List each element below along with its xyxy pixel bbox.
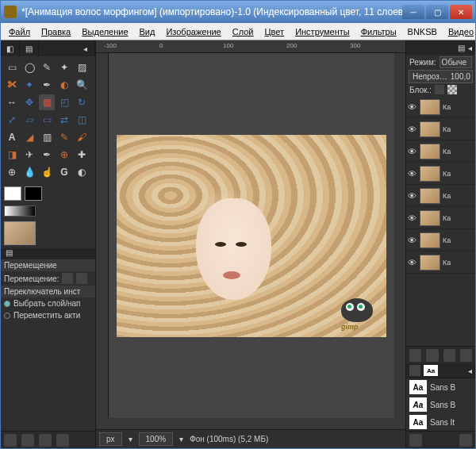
lock-alpha-icon[interactable]	[447, 85, 457, 94]
refresh-fonts-icon[interactable]	[409, 434, 422, 447]
fg-bg-colors[interactable]	[1, 183, 95, 204]
tool-ellipse-select[interactable]: ◯	[21, 59, 37, 75]
tool-clone[interactable]: ⊕	[56, 147, 72, 163]
scrollbar-horizontal[interactable]	[109, 418, 394, 429]
tool-shear[interactable]: ▱	[21, 112, 37, 128]
tool-crop[interactable]: ◰	[56, 94, 72, 110]
reset-options-icon[interactable]	[56, 434, 69, 447]
font-row[interactable]: AaSans B	[406, 378, 475, 396]
maximize-button[interactable]: ▢	[426, 5, 448, 19]
tool-rotate[interactable]: ↻	[74, 94, 90, 110]
tool-perspective-clone[interactable]: ⊕	[4, 164, 20, 180]
layer-row[interactable]: 👁Ка	[406, 140, 475, 163]
tool-paintbrush[interactable]: 🖌	[74, 129, 90, 145]
fonts-tab-icon[interactable]	[409, 365, 420, 376]
menu-image[interactable]: Изображение	[161, 25, 225, 38]
restore-options-icon[interactable]	[21, 434, 34, 447]
unit-select[interactable]: px	[99, 432, 122, 446]
fg-color-swatch[interactable]	[4, 186, 21, 201]
tool-measure[interactable]: ↔	[4, 94, 20, 110]
close-button[interactable]: ✕	[450, 5, 472, 19]
eye-icon[interactable]: 👁	[406, 258, 417, 267]
tool-eraser[interactable]: ◨	[4, 147, 20, 163]
nav-dock-icon[interactable]	[394, 418, 405, 429]
eye-icon[interactable]: 👁	[406, 147, 417, 156]
tool-by-color[interactable]: ▨	[74, 59, 90, 75]
menu-layer[interactable]: Слой	[228, 25, 259, 38]
tab-menu-icon[interactable]: ◂	[76, 40, 95, 56]
tool-zoom[interactable]: 🔍	[74, 77, 90, 93]
unit-dropdown-icon[interactable]: ▾	[129, 435, 132, 443]
tool-text[interactable]: A	[4, 129, 20, 145]
tool-dodge[interactable]: G	[56, 164, 72, 180]
tool-foreground[interactable]: ✦	[21, 77, 37, 93]
menu-video[interactable]: Видео	[443, 25, 476, 38]
opacity-value[interactable]: 100,0	[451, 72, 470, 81]
menu-colors[interactable]: Цвет	[259, 25, 289, 38]
tab-menu-icon[interactable]: ◂	[468, 366, 472, 375]
eye-icon[interactable]: 👁	[406, 125, 417, 134]
menu-select[interactable]: Выделение	[77, 25, 132, 38]
minimize-button[interactable]: ─	[402, 5, 424, 19]
menu-bnksb[interactable]: BNKSB	[403, 25, 442, 38]
layer-row[interactable]: 👁Ка	[406, 207, 475, 229]
move-path-icon[interactable]	[76, 273, 87, 284]
layer-row[interactable]: 👁Ка	[406, 96, 475, 118]
tooloptions-tab[interactable]: ▤	[20, 40, 39, 56]
tool-align[interactable]: ▦	[39, 94, 55, 110]
options-tab-icon[interactable]: ▤	[1, 248, 17, 259]
tool-rect-select[interactable]: ▭	[4, 59, 20, 75]
scrollbar-vertical[interactable]	[394, 53, 405, 418]
canvas-viewport[interactable]: gimp	[109, 53, 394, 418]
layer-row[interactable]: 👁Ка	[406, 118, 475, 140]
tool-flip[interactable]: ⇄	[56, 112, 72, 128]
menu-view[interactable]: Вид	[135, 25, 160, 38]
tool-move[interactable]: ✥	[21, 94, 37, 110]
tool-fuzzy-select[interactable]: ✦	[56, 59, 72, 75]
tool-scale[interactable]: ⤢	[4, 112, 20, 128]
tool-extra[interactable]: ◐	[74, 164, 90, 180]
eye-icon[interactable]: 👁	[406, 169, 417, 178]
raise-layer-icon[interactable]	[426, 349, 438, 362]
layer-row[interactable]: 👁Ка	[406, 251, 475, 274]
move-layer-icon[interactable]	[62, 273, 73, 284]
lower-layer-icon[interactable]	[443, 349, 455, 362]
tool-cage[interactable]: ◫	[74, 112, 90, 128]
menu-edit[interactable]: Правка	[36, 25, 75, 38]
layer-row[interactable]: 👁Ка	[406, 185, 475, 207]
menu-filters[interactable]: Фильтры	[356, 25, 401, 38]
active-gradient[interactable]	[4, 205, 36, 217]
toolbox-tab[interactable]: ◧	[1, 40, 20, 56]
font-menu-icon[interactable]	[459, 434, 472, 447]
tab-menu-icon[interactable]: ◂	[468, 44, 472, 52]
menu-file[interactable]: Файл	[4, 25, 35, 38]
opt-move-row[interactable]: Переместить акти	[1, 309, 95, 321]
tool-heal[interactable]: ✚	[74, 147, 90, 163]
tool-free-select[interactable]: ✎	[39, 59, 55, 75]
opt-pick-row[interactable]: Выбрать слой/нап	[1, 297, 95, 309]
tool-airbrush[interactable]: ✈	[21, 147, 37, 163]
layers-tab-icon[interactable]: ▤	[458, 44, 465, 52]
font-sample-icon[interactable]: Aa	[424, 365, 438, 376]
tool-pencil[interactable]: ✎	[56, 129, 72, 145]
tool-perspective[interactable]: ▭	[39, 112, 55, 128]
zoom-dropdown-icon[interactable]: ▾	[179, 435, 183, 443]
lock-pixels-icon[interactable]	[435, 85, 444, 94]
mode-select[interactable]: Обыче	[440, 56, 472, 68]
active-image-thumb[interactable]	[4, 221, 36, 245]
eye-icon[interactable]: 👁	[406, 236, 417, 245]
tool-paths[interactable]: ✒	[39, 77, 55, 93]
layer-row[interactable]: 👁Ка	[406, 229, 475, 251]
tool-blur[interactable]: 💧	[21, 164, 37, 180]
layer-row[interactable]: 👁Ка	[406, 163, 475, 185]
delete-layer-icon[interactable]	[460, 349, 472, 362]
tool-smudge[interactable]: ☝	[39, 164, 55, 180]
image-canvas[interactable]: gimp	[117, 135, 386, 337]
tool-ink[interactable]: ✒	[39, 147, 55, 163]
bg-color-swatch[interactable]	[25, 186, 42, 201]
zoom-select[interactable]: 100%	[139, 432, 174, 446]
tool-scissors[interactable]: ✀	[4, 77, 20, 93]
eye-icon[interactable]: 👁	[406, 191, 417, 201]
eye-icon[interactable]: 👁	[406, 213, 417, 223]
font-row[interactable]: AaSans It	[406, 413, 475, 431]
